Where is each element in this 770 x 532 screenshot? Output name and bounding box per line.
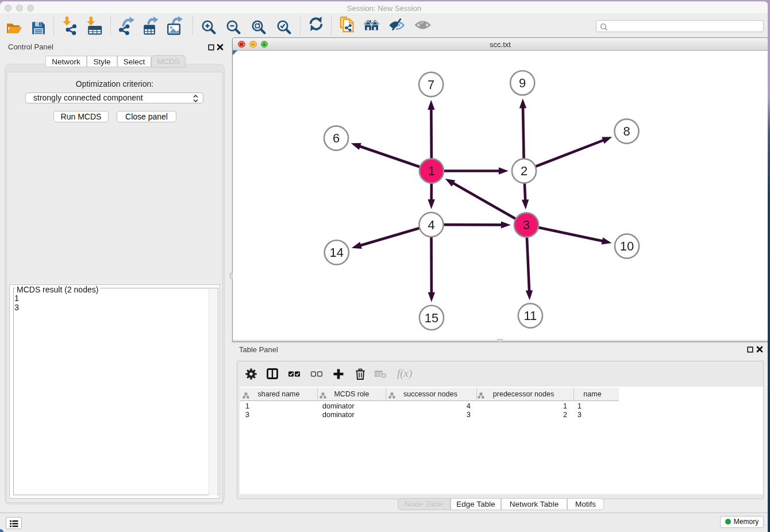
svg-text:15: 15 <box>425 311 438 325</box>
svg-text:7: 7 <box>428 78 434 92</box>
svg-text:14: 14 <box>330 245 344 260</box>
svg-text:3: 3 <box>523 218 530 232</box>
svg-text:2: 2 <box>521 164 528 178</box>
svg-text:11: 11 <box>523 309 537 323</box>
svg-text:4: 4 <box>428 218 434 232</box>
svg-text:6: 6 <box>333 131 340 145</box>
svg-text:8: 8 <box>623 124 630 138</box>
svg-text:10: 10 <box>620 239 634 253</box>
svg-text:1: 1 <box>428 164 435 178</box>
svg-text:9: 9 <box>519 76 526 90</box>
